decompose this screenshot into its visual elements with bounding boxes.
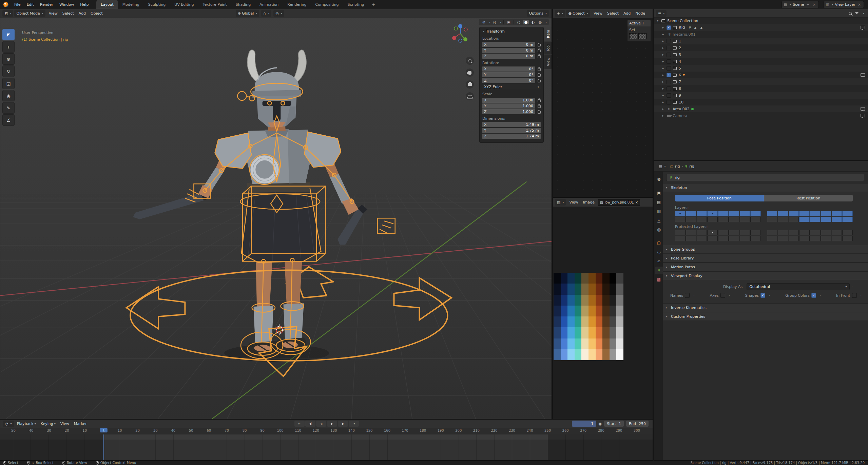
layer-toggle[interactable] bbox=[810, 230, 821, 235]
transform-value-field[interactable]: Y1.000 bbox=[482, 103, 535, 109]
tool-move[interactable]: ⊕ bbox=[2, 53, 15, 65]
viewport-menu-add[interactable]: Add bbox=[76, 9, 88, 18]
outliner[interactable]: ≡▾ ▾ ▾Scene Collection▸RIG⋔▲▲▸⋔metarig.0… bbox=[654, 9, 868, 161]
layer-toggle[interactable] bbox=[740, 217, 750, 222]
shader-editor-canvas[interactable] bbox=[553, 18, 653, 197]
timeline-menu-marker[interactable]: Marker bbox=[72, 420, 89, 428]
layer-toggle[interactable] bbox=[675, 230, 686, 235]
expander-icon[interactable]: ▸ bbox=[661, 107, 665, 111]
shading-wireframe-icon[interactable]: ○ bbox=[516, 20, 522, 24]
timeline-menu-keying[interactable]: Keying▾ bbox=[38, 420, 58, 428]
outliner-row-camera[interactable]: ▸Camera bbox=[654, 112, 868, 119]
expander-icon[interactable]: ▸ bbox=[661, 46, 665, 50]
tool-transform[interactable]: ◉ bbox=[2, 90, 15, 101]
restrict-render-icon[interactable] bbox=[861, 73, 865, 77]
editor-type-button[interactable]: ◈▾ bbox=[555, 10, 565, 17]
layer-toggle[interactable] bbox=[789, 217, 799, 222]
panel-bone-groups[interactable]: ▸Bone Groups bbox=[663, 245, 868, 254]
layer-toggle[interactable] bbox=[750, 211, 761, 216]
layer-toggle[interactable] bbox=[778, 217, 788, 222]
outliner-row-1[interactable]: ▸1 bbox=[654, 38, 868, 44]
layer-toggle[interactable] bbox=[842, 211, 853, 216]
pose-position-button[interactable]: Pose Position bbox=[675, 195, 764, 201]
properties-tab-object[interactable]: ▢ bbox=[655, 239, 663, 247]
properties-tab-render[interactable]: ▣ bbox=[655, 189, 663, 197]
editor-type-button[interactable]: ◔▾ bbox=[3, 421, 14, 427]
workspace-tab-texture-paint[interactable]: Texture Paint bbox=[198, 0, 231, 9]
transform-value-field[interactable]: Z1.000 bbox=[482, 109, 535, 114]
new-scene-button[interactable]: + bbox=[806, 2, 810, 7]
expander-icon[interactable]: ▸ bbox=[661, 94, 665, 97]
layer-toggle[interactable] bbox=[750, 217, 761, 222]
collection-checkbox[interactable] bbox=[667, 46, 671, 50]
prev-keyframe-button[interactable]: ◀| bbox=[305, 421, 315, 427]
shader-menu-select[interactable]: Select bbox=[605, 9, 621, 18]
outliner-row-3[interactable]: ▸3 bbox=[654, 51, 868, 58]
properties-tab-constraints[interactable]: ∞ bbox=[655, 257, 663, 265]
playhead[interactable] bbox=[103, 434, 104, 460]
breadcrumb-object[interactable]: rig bbox=[675, 164, 680, 169]
layer-toggle[interactable] bbox=[789, 211, 799, 216]
layer-toggle[interactable] bbox=[686, 217, 696, 222]
editor-type-button[interactable]: ◩▾ bbox=[2, 10, 13, 17]
expander-icon[interactable]: ▸ bbox=[661, 60, 665, 63]
layer-toggle[interactable] bbox=[718, 236, 729, 241]
timeline-menu-view[interactable]: View bbox=[58, 420, 72, 428]
tool-measure[interactable]: ∠ bbox=[2, 114, 15, 126]
collection-checkbox[interactable] bbox=[667, 86, 671, 91]
outliner-row-metarig-001[interactable]: ▸⋔metarig.001 bbox=[654, 31, 868, 38]
menu-render[interactable]: Render bbox=[37, 0, 56, 9]
checkbox-in-front[interactable] bbox=[852, 293, 857, 298]
workspace-tab-shading[interactable]: Shading bbox=[231, 0, 255, 9]
restrict-render-icon[interactable] bbox=[861, 26, 865, 29]
workspace-tab-compositing[interactable]: Compositing bbox=[311, 0, 343, 9]
layer-toggle[interactable] bbox=[750, 236, 761, 241]
layer-toggle[interactable] bbox=[729, 217, 739, 222]
rest-position-button[interactable]: Rest Position bbox=[764, 195, 853, 201]
transform-value-field[interactable]: Z1.74 m bbox=[482, 134, 541, 139]
scene-selector[interactable]: ▤▾ Scene + × bbox=[782, 1, 819, 8]
transform-value-field[interactable]: X1.49 m bbox=[482, 122, 541, 127]
layer-toggle[interactable] bbox=[729, 211, 739, 216]
lock-icon[interactable] bbox=[537, 67, 541, 71]
tool-scale[interactable]: ◱ bbox=[2, 78, 15, 89]
properties-tab-scene[interactable]: △ bbox=[655, 217, 663, 224]
tool-rotate[interactable]: ↻ bbox=[2, 65, 15, 77]
end-frame-field[interactable]: End 250 bbox=[626, 421, 649, 427]
expander-icon[interactable]: ▸ bbox=[661, 26, 665, 29]
image-editor[interactable]: ▨▾ ViewImage ▨ low_poly.png.001 × bbox=[553, 198, 653, 419]
panel-viewport-display[interactable]: ▾ Viewport Display bbox=[663, 271, 868, 280]
options-dropdown[interactable]: Options▾ bbox=[527, 10, 549, 17]
collection-checkbox[interactable] bbox=[667, 39, 671, 43]
breadcrumb-data[interactable]: rig bbox=[689, 164, 694, 169]
view-layer-selector[interactable]: ▥▾ View Layer × bbox=[824, 1, 864, 8]
start-frame-field[interactable]: Start 1 bbox=[604, 421, 624, 427]
perspective-toggle-button[interactable] bbox=[466, 92, 474, 100]
expander-icon[interactable]: ▸ bbox=[661, 87, 665, 90]
blender-logo-icon[interactable] bbox=[3, 2, 8, 7]
layer-toggle[interactable] bbox=[832, 236, 842, 241]
shader-mode-dropdown[interactable]: ●Object▾ bbox=[566, 10, 590, 17]
properties-tab-tool[interactable]: ⚒ bbox=[655, 176, 663, 183]
checkbox-axes[interactable] bbox=[720, 293, 725, 298]
current-frame-field[interactable]: 1 bbox=[572, 421, 596, 427]
image-menu-image[interactable]: Image bbox=[581, 198, 597, 207]
unlink-image-button[interactable]: × bbox=[635, 200, 638, 204]
layer-toggle[interactable] bbox=[729, 236, 739, 241]
outliner-row-scene-collection[interactable]: ▾Scene Collection bbox=[654, 17, 868, 24]
transform-value-field[interactable]: X0° bbox=[482, 66, 535, 72]
workspace-tab-rendering[interactable]: Rendering bbox=[283, 0, 311, 9]
outliner-row-area-002[interactable]: ▸☀Area.002 bbox=[654, 105, 868, 112]
collection-checkbox[interactable] bbox=[667, 73, 671, 77]
active-tool-panel-title[interactable]: Active T bbox=[628, 20, 651, 26]
layer-toggle[interactable] bbox=[810, 211, 821, 216]
datablock-name-field[interactable]: ⋔ rig bbox=[666, 174, 864, 181]
shader-menu-node[interactable]: Node bbox=[633, 9, 648, 18]
outliner-row-9[interactable]: ▸9 bbox=[654, 92, 868, 99]
expander-icon[interactable]: ▸ bbox=[661, 66, 665, 70]
collection-checkbox[interactable] bbox=[667, 53, 671, 57]
layer-toggle[interactable] bbox=[789, 230, 799, 235]
layer-toggle[interactable] bbox=[832, 211, 842, 216]
sidebar-tab-tool[interactable]: Tool bbox=[544, 41, 552, 54]
add-workspace-button[interactable]: + bbox=[368, 2, 378, 7]
